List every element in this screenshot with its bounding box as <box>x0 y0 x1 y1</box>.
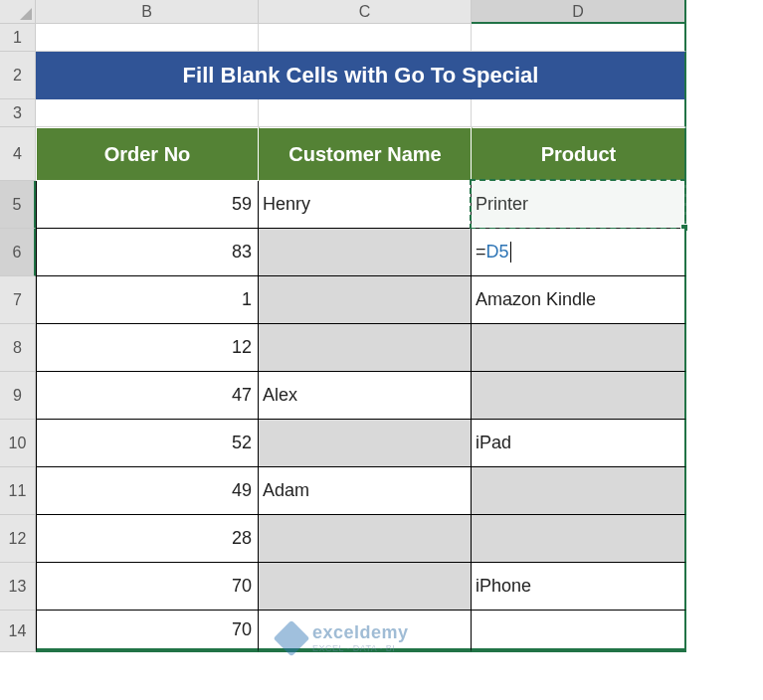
row-header-6[interactable]: 6 <box>0 229 36 276</box>
cell-d3[interactable] <box>472 99 686 127</box>
cell-c12[interactable] <box>259 515 472 563</box>
cell-b12[interactable]: 28 <box>36 515 259 563</box>
spreadsheet-grid: B C D 1 2 Fill Blank Cells with Go To Sp… <box>0 0 763 652</box>
col-header-b[interactable]: B <box>36 0 259 24</box>
col-header-d[interactable]: D <box>472 0 686 24</box>
row-header-2[interactable]: 2 <box>0 52 36 99</box>
row-header-11[interactable]: 11 <box>0 467 36 515</box>
cell-c3[interactable] <box>259 99 472 127</box>
cell-c10[interactable] <box>259 420 472 467</box>
cell-c5[interactable]: Henry <box>259 181 472 229</box>
cell-d10[interactable]: iPad <box>472 420 686 467</box>
cell-b14[interactable]: 70 <box>36 611 259 652</box>
header-customer-name[interactable]: Customer Name <box>259 127 472 181</box>
cell-d8[interactable] <box>472 324 686 372</box>
header-order-no[interactable]: Order No <box>36 127 259 181</box>
cell-c6[interactable] <box>259 229 472 276</box>
title-cell[interactable]: Fill Blank Cells with Go To Special <box>36 52 686 99</box>
row-header-1[interactable]: 1 <box>0 24 36 52</box>
cell-b5[interactable]: 59 <box>36 181 259 229</box>
cell-d9[interactable] <box>472 372 686 420</box>
cell-b11[interactable]: 49 <box>36 467 259 515</box>
col-header-c[interactable]: C <box>259 0 472 24</box>
cell-c14[interactable] <box>259 611 472 652</box>
cell-c7[interactable] <box>259 276 472 324</box>
row-header-9[interactable]: 9 <box>0 372 36 420</box>
row-header-5[interactable]: 5 <box>0 181 36 229</box>
cell-c9[interactable]: Alex <box>259 372 472 420</box>
cell-d11[interactable] <box>472 467 686 515</box>
row-header-4[interactable]: 4 <box>0 127 36 181</box>
row-header-7[interactable]: 7 <box>0 276 36 324</box>
cell-b1[interactable] <box>36 24 259 52</box>
cell-d14[interactable] <box>472 611 686 652</box>
cell-c13[interactable] <box>259 563 472 611</box>
cell-b6[interactable]: 83 <box>36 229 259 276</box>
cell-c11[interactable]: Adam <box>259 467 472 515</box>
row-header-13[interactable]: 13 <box>0 563 36 611</box>
cell-b8[interactable]: 12 <box>36 324 259 372</box>
cell-c1[interactable] <box>259 24 472 52</box>
cell-d13[interactable]: iPhone <box>472 563 686 611</box>
row-header-8[interactable]: 8 <box>0 324 36 372</box>
header-product[interactable]: Product <box>472 127 686 181</box>
cell-b3[interactable] <box>36 99 259 127</box>
cell-b10[interactable]: 52 <box>36 420 259 467</box>
cell-b9[interactable]: 47 <box>36 372 259 420</box>
cell-d5[interactable]: Printer <box>472 181 686 229</box>
cell-b7[interactable]: 1 <box>36 276 259 324</box>
row-header-12[interactable]: 12 <box>0 515 36 563</box>
row-header-3[interactable]: 3 <box>0 99 36 127</box>
formula-cell-ref: D5 <box>486 242 511 262</box>
row-header-10[interactable]: 10 <box>0 420 36 467</box>
cell-d6-editing[interactable]: =D5 <box>472 229 686 276</box>
row-header-14[interactable]: 14 <box>0 611 36 652</box>
select-all-corner[interactable] <box>0 0 36 24</box>
cell-d12[interactable] <box>472 515 686 563</box>
cell-d7[interactable]: Amazon Kindle <box>472 276 686 324</box>
cell-d5-value: Printer <box>476 194 528 215</box>
formula-equals: = <box>476 242 486 262</box>
cell-c8[interactable] <box>259 324 472 372</box>
cell-d1[interactable] <box>472 24 686 52</box>
cell-b13[interactable]: 70 <box>36 563 259 611</box>
